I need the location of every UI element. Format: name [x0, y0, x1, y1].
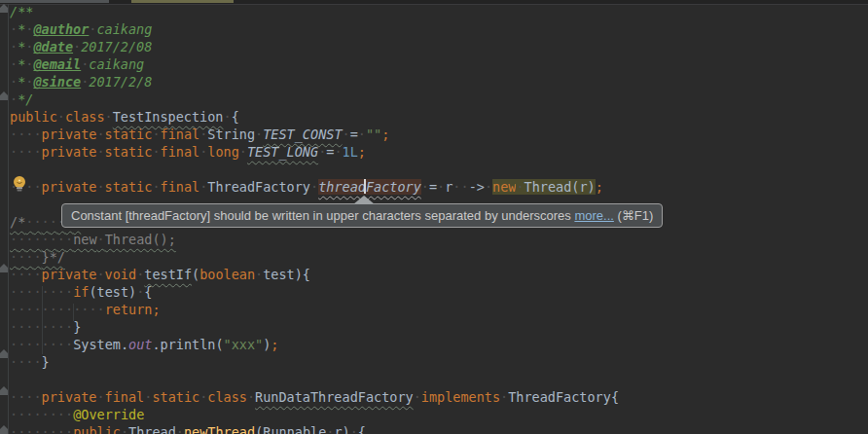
code-token: return; [105, 302, 161, 317]
code-line[interactable]: ············return; [10, 301, 161, 318]
code-line[interactable]: ····private·static·final·String·TEST_CON… [10, 126, 389, 143]
whitespace-dot: · [105, 109, 113, 125]
whitespace-dot: · [10, 249, 18, 265]
code-token: ·Thread· [121, 424, 184, 434]
whitespace-dot: · [10, 302, 18, 317]
code-token: private·void [42, 267, 137, 282]
whitespace-dot: · [96, 144, 104, 160]
whitespace-dot: · [516, 179, 524, 195]
whitespace-dot: · [81, 74, 89, 90]
whitespace-dot: · [334, 144, 342, 160]
code-token: 1L [343, 144, 358, 160]
code-line[interactable]: ·*/ [10, 90, 33, 108]
whitespace-dot: · [10, 91, 18, 107]
code-token: · [247, 389, 255, 405]
whitespace-dot: · [33, 232, 41, 247]
code-token: ········ [10, 424, 73, 434]
whitespace-dot: · [10, 56, 18, 72]
fold-marker-icon[interactable] [0, 349, 8, 358]
whitespace-dot: · [176, 424, 184, 434]
code-line[interactable]: ········if(test)·{ [10, 283, 152, 301]
whitespace-dot: · [65, 284, 73, 300]
whitespace-dot: · [42, 407, 50, 422]
code-token: ; [381, 127, 389, 142]
code-token: /** [10, 4, 33, 19]
whitespace-dot: · [255, 267, 263, 282]
code-token: ···· [10, 389, 42, 405]
code-line[interactable]: /** [10, 3, 33, 20]
code-line[interactable]: ····private·void·testIf(boolean·test){ [10, 266, 310, 283]
whitespace-dot: · [10, 424, 18, 434]
whitespace-dot: · [10, 21, 18, 37]
whitespace-dot: · [10, 144, 18, 160]
fold-marker-icon[interactable] [0, 425, 8, 434]
code-line[interactable]: ·*·@date·2017/2/08 [10, 38, 152, 55]
code-line[interactable]: public·class·TestInspection·{ [10, 108, 239, 126]
code-line[interactable]: ····}*/ [10, 248, 65, 266]
fold-marker-icon[interactable] [0, 91, 8, 100]
code-line[interactable]: ·*·@email·caikang [10, 55, 144, 73]
whitespace-dot: · [33, 389, 41, 405]
code-token: private·static·final·long [42, 144, 239, 160]
code-line[interactable]: ········} [10, 318, 81, 336]
fold-marker-icon[interactable] [0, 4, 8, 13]
code-token: boolean [199, 267, 255, 282]
whitespace-dot: · [96, 179, 104, 195]
code-token: threadFactory [318, 179, 421, 195]
whitespace-dot: · [318, 144, 326, 160]
tooltip-more-link[interactable]: more... [574, 208, 613, 223]
code-line[interactable]: ·*·@author·caikang [10, 20, 152, 38]
whitespace-dot: · [33, 179, 41, 195]
fold-marker-icon[interactable] [0, 386, 8, 395]
code-line[interactable]: ····private·final·static·class·RunDataTh… [10, 388, 619, 406]
whitespace-dot: · [33, 144, 41, 160]
code-token: .println( [152, 337, 223, 352]
whitespace-dot: · [57, 337, 65, 352]
whitespace-dot: · [73, 39, 81, 54]
code-line[interactable]: ····} [10, 353, 50, 371]
whitespace-dot: · [81, 56, 89, 72]
code-token: ; [271, 337, 278, 352]
whitespace-dot: · [96, 127, 104, 142]
code-token: ·test){ [255, 267, 310, 282]
code-token: ···· [10, 144, 42, 160]
whitespace-dot: · [42, 424, 50, 434]
code-token: TestInspection [113, 109, 224, 125]
code-line[interactable]: ········System.out.println("xxx"); [10, 336, 279, 353]
whitespace-dot: · [358, 127, 366, 142]
code-line[interactable]: ········public·Thread·newThread(Runnable… [10, 423, 366, 434]
code-token: ·ThreadFactory{ [500, 389, 619, 405]
code-token: if [73, 284, 89, 300]
whitespace-dot: · [152, 144, 160, 160]
code-token: ····}*/ [10, 249, 65, 265]
whitespace-dot: · [65, 319, 73, 335]
code-line[interactable]: ········@Override [10, 406, 144, 423]
fold-marker-icon[interactable] [0, 264, 8, 272]
intention-bulb-icon[interactable] [13, 175, 26, 193]
code-line[interactable]: ····private·static·final·ThreadFactory·t… [10, 178, 603, 196]
whitespace-dot: · [33, 424, 41, 434]
whitespace-dot: · [65, 407, 73, 422]
whitespace-dot: · [50, 232, 57, 247]
code-line[interactable]: ····private·static·final·long·TEST_LONG·… [10, 143, 366, 161]
tab-underline-active[interactable] [131, 0, 234, 3]
code-token: ············ [10, 302, 105, 317]
code-line[interactable]: ·*·@since·2017/2/8 [10, 73, 152, 90]
whitespace-dot: · [97, 302, 105, 317]
code-token: ·String· [199, 127, 263, 142]
whitespace-dot: · [97, 232, 105, 247]
code-line[interactable]: ········new·Thread(); [10, 231, 176, 248]
code-token: public·class [10, 109, 105, 125]
whitespace-dot: · [152, 179, 160, 195]
whitespace-dot: · [33, 302, 41, 317]
tooltip-shortcut: (⌘F1) [614, 208, 653, 223]
code-token: ········new·Thread(); [10, 232, 176, 247]
code-token: ·*· [10, 39, 33, 54]
whitespace-dot: · [152, 127, 160, 142]
code-token: ·Thread(r) [516, 179, 595, 195]
whitespace-dot: · [96, 389, 104, 405]
whitespace-dot: · [10, 337, 18, 352]
code-token: @since [33, 74, 81, 90]
whitespace-dot: · [199, 389, 207, 405]
editor-tab-strip [0, 0, 868, 5]
